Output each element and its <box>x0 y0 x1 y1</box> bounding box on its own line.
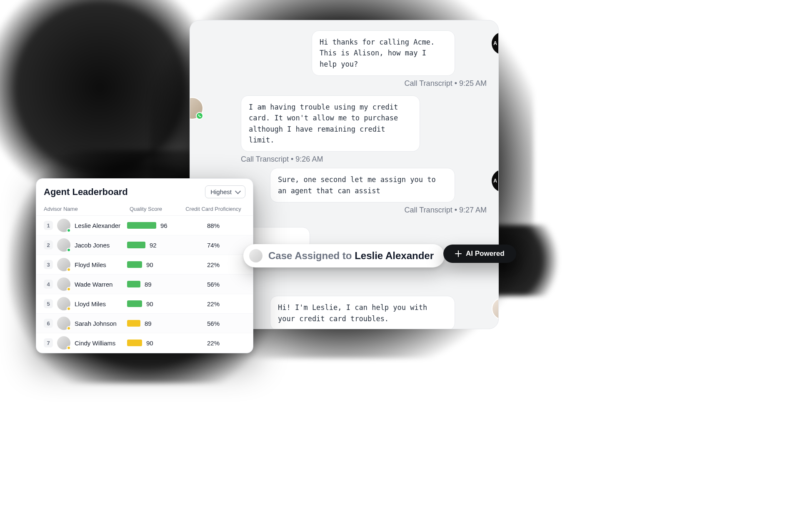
advisor-name: Floyd Miles <box>75 261 106 268</box>
quality-score-cell: 89 <box>127 320 181 327</box>
advisor-name: Lloyd Miles <box>75 300 106 307</box>
quality-score-cell: 90 <box>127 261 181 268</box>
message-bubble: Hi! I'm Leslie, I can help you with your… <box>270 296 455 329</box>
message-row: I am having trouble using my credit card… <box>202 95 487 164</box>
quality-score-cell: 92 <box>127 242 181 249</box>
status-dot-icon <box>67 307 71 311</box>
sort-label: Highest <box>210 188 232 195</box>
stage: Hi thanks for calling Acme. This is Alis… <box>0 0 800 532</box>
customer-avatar <box>190 97 203 120</box>
leaderboard-row[interactable]: 6Sarah Johnson8956% <box>36 314 253 333</box>
status-dot-icon <box>67 267 71 272</box>
proficiency-cell: 74% <box>181 242 245 249</box>
message-bubble: I am having trouble using my credit card… <box>241 95 420 152</box>
advisor-avatar <box>57 297 70 310</box>
case-assigned-prefix: Case Assigned to <box>268 250 355 261</box>
sort-dropdown[interactable]: Highest <box>205 185 245 198</box>
advisor-avatar <box>57 317 70 330</box>
advisor-avatar <box>57 277 70 291</box>
phone-icon <box>196 112 203 120</box>
status-dot-icon <box>67 228 71 232</box>
status-dot-icon <box>67 326 71 330</box>
leaderboard-row[interactable]: 2Jacob Jones9274% <box>36 235 253 255</box>
assignee-avatar <box>249 249 262 262</box>
leaderboard-row[interactable]: 4Wade Warren8956% <box>36 275 253 294</box>
quality-score-cell: 90 <box>127 340 181 347</box>
advisor-cell: 1Leslie Alexander <box>44 219 127 232</box>
proficiency-cell: 56% <box>181 320 245 327</box>
message-row: Hi thanks for calling Acme. This is Alis… <box>202 30 487 88</box>
message-meta: Call Transcript • 9:25 AM <box>202 79 487 88</box>
message-bubble: Hi thanks for calling Acme. This is Alis… <box>312 30 455 76</box>
ai-chip-label: AI Powered <box>466 250 505 258</box>
proficiency-cell: 56% <box>181 281 245 288</box>
message-bubble: Sure, one second let me assign you to an… <box>270 168 455 202</box>
rank-badge: 2 <box>44 240 53 250</box>
proficiency-cell: 88% <box>181 222 245 229</box>
rank-badge: 5 <box>44 299 53 308</box>
advisor-avatar <box>57 258 70 271</box>
rank-badge: 6 <box>44 319 53 328</box>
quality-score-cell: 96 <box>127 222 181 229</box>
leaderboard-columns: Advisor Name Quality Score Credit Card P… <box>36 202 253 216</box>
score-bar <box>127 281 140 287</box>
advisor-cell: 6Sarah Johnson <box>44 317 127 330</box>
case-assigned-text: Case Assigned to Leslie Alexander <box>268 250 434 262</box>
acme-avatar: ACME <box>492 32 499 55</box>
leaderboard-header: Agent Leaderboard Highest <box>36 179 253 202</box>
advisor-name: Sarah Johnson <box>75 320 117 327</box>
score-value: 96 <box>160 222 168 229</box>
status-dot-icon <box>67 248 71 252</box>
agent-leaderboard-panel: Agent Leaderboard Highest Advisor Name Q… <box>36 178 253 353</box>
chevron-down-icon <box>235 188 241 194</box>
advisor-avatar <box>57 219 70 232</box>
acme-avatar-label: ACME <box>493 40 499 46</box>
sparkle-icon <box>455 250 462 257</box>
col-advisor: Advisor Name <box>44 206 127 212</box>
leaderboard-title: Agent Leaderboard <box>44 187 128 197</box>
leaderboard-body: 1Leslie Alexander9688%2Jacob Jones9274%3… <box>36 216 253 353</box>
advisor-name: Wade Warren <box>75 281 112 288</box>
rank-badge: 7 <box>44 338 53 347</box>
advisor-name: Leslie Alexander <box>75 222 120 229</box>
score-value: 90 <box>146 340 153 347</box>
score-value: 92 <box>150 242 157 249</box>
score-value: 89 <box>145 281 152 288</box>
advisor-cell: 5Lloyd Miles <box>44 297 127 310</box>
agent-avatar <box>492 297 499 320</box>
score-bar <box>127 300 142 307</box>
proficiency-cell: 22% <box>181 340 245 347</box>
acme-avatar-label: ACME <box>493 178 499 184</box>
leaderboard-row[interactable]: 3Floyd Miles9022% <box>36 255 253 275</box>
score-bar <box>127 222 156 229</box>
rank-badge: 3 <box>44 260 53 269</box>
col-quality: Quality Score <box>127 206 181 212</box>
case-assigned-name: Leslie Alexander <box>355 250 434 261</box>
advisor-avatar <box>57 336 70 350</box>
advisor-cell: 2Jacob Jones <box>44 238 127 252</box>
advisor-avatar <box>57 238 70 252</box>
score-value: 89 <box>145 320 152 327</box>
case-assigned-pill: Case Assigned to Leslie Alexander <box>243 244 445 267</box>
advisor-name: Jacob Jones <box>75 242 110 249</box>
rank-badge: 4 <box>44 280 53 289</box>
status-dot-icon <box>67 287 71 291</box>
rank-badge: 1 <box>44 221 53 230</box>
leaderboard-row[interactable]: 7Cindy Williams9022% <box>36 333 253 353</box>
quality-score-cell: 89 <box>127 281 181 288</box>
score-bar <box>127 261 142 268</box>
score-bar <box>127 242 145 248</box>
status-dot-icon <box>67 346 71 350</box>
advisor-cell: 7Cindy Williams <box>44 336 127 350</box>
col-proficiency: Credit Card Proficiency <box>181 206 245 212</box>
leaderboard-row[interactable]: 5Lloyd Miles9022% <box>36 294 253 314</box>
score-value: 90 <box>146 261 153 268</box>
advisor-cell: 4Wade Warren <box>44 277 127 291</box>
proficiency-cell: 22% <box>181 300 245 307</box>
score-value: 90 <box>146 300 153 307</box>
score-bar <box>127 340 142 346</box>
leaderboard-row[interactable]: 1Leslie Alexander9688% <box>36 216 253 235</box>
ai-powered-chip[interactable]: AI Powered <box>443 245 516 263</box>
advisor-name: Cindy Williams <box>75 340 115 347</box>
advisor-cell: 3Floyd Miles <box>44 258 127 271</box>
